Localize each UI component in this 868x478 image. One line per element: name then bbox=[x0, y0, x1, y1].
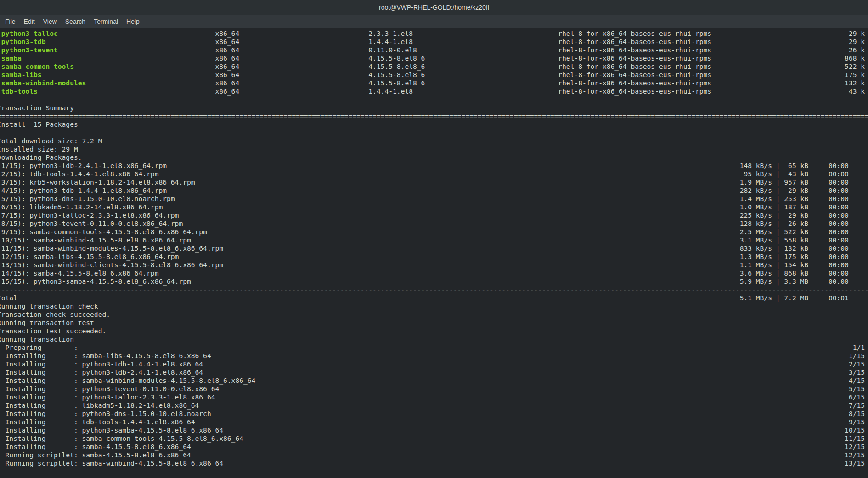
terminal-line-text: Downloading Packages: bbox=[0, 153, 868, 162]
package-details: x86_64 4.15.5-8.el8_6 rhel-8-for-x86_64-… bbox=[42, 71, 865, 79]
terminal-line-rpm: Installing : python3-ldb-2.4.1-1.el8.x86… bbox=[0, 368, 868, 377]
terminal-line-dl: (14/15): samba-4.15.5-8.el8_6.x86_64.rpm… bbox=[0, 269, 868, 277]
terminal-line-dl: (1/15): python3-ldb-2.4.1-1.el8.x86_64.r… bbox=[0, 162, 868, 170]
terminal-line-dl: (9/15): samba-common-tools-4.15.5-8.el8_… bbox=[0, 228, 868, 236]
menu-item-edit[interactable]: Edit bbox=[20, 18, 39, 25]
package-name: python3-talloc bbox=[0, 29, 58, 37]
terminal-line-pkg: tdb-tools x86_64 1.4.4-1.el8 rhel-8-for-… bbox=[0, 87, 868, 96]
package-details: x86_64 0.11.0-0.el8 rhel-8-for-x86_64-ba… bbox=[58, 46, 865, 54]
terminal-line-text: Transaction test succeeded. bbox=[0, 327, 868, 335]
terminal-line-rpm: Installing : libkadm5-1.18.2-14.el8.x86_… bbox=[0, 401, 868, 410]
menu-bar: FileEditViewSearchTerminalHelp bbox=[0, 15, 868, 28]
terminal-line-dl: (15/15): python3-samba-4.15.5-8.el8_6.x8… bbox=[0, 277, 868, 286]
menu-item-help[interactable]: Help bbox=[122, 18, 144, 25]
menu-item-terminal[interactable]: Terminal bbox=[90, 18, 122, 25]
terminal-line-text: Transaction Summary bbox=[0, 104, 868, 112]
terminal-line-rpm: Installing : tdb-tools-1.4.4-1.el8.x86_6… bbox=[0, 418, 868, 426]
terminal-line-dl: (5/15): python3-dns-1.15.0-10.el8.noarch… bbox=[0, 195, 868, 203]
terminal-line-dl: (4/15): python3-tdb-1.4.4-1.el8.x86_64.r… bbox=[0, 186, 868, 195]
terminal-line-rpm: Preparing : bbox=[0, 343, 868, 352]
terminal-line-rpm: Installing : python3-dns-1.15.0-10.el8.n… bbox=[0, 410, 868, 418]
terminal-line-rpm: Installing : python3-samba-4.15.5-8.el8_… bbox=[0, 426, 868, 434]
terminal-line-sep: ----------------------------------------… bbox=[0, 286, 868, 294]
terminal-line-rpm: Installing : samba-common-tools-4.15.5-8… bbox=[0, 434, 868, 443]
package-name: samba-common-tools bbox=[0, 62, 74, 70]
window-title: root@VWP-RHEL-GOLD:/home/kz20fl bbox=[379, 4, 489, 11]
terminal-line-rpm: Installing : python3-talloc-2.3.3-1.el8.… bbox=[0, 393, 868, 401]
terminal-line-pkg: samba x86_64 4.15.5-8.el8_6 rhel-8-for-x… bbox=[0, 54, 868, 62]
menu-item-view[interactable]: View bbox=[39, 18, 61, 25]
terminal-line-rpm: Installing : python3-tevent-0.11.0-0.el8… bbox=[0, 385, 868, 393]
terminal-line-blank bbox=[0, 96, 868, 104]
terminal-line-dl: (8/15): python3-tevent-0.11.0-0.el8.x86_… bbox=[0, 219, 868, 228]
terminal-line-text: Install 15 Packages bbox=[0, 120, 868, 129]
terminal-window: { "window": { "title": "root@VWP-RHEL-GO… bbox=[0, 0, 868, 478]
package-name: samba bbox=[0, 54, 22, 62]
terminal-line-pkg: samba-winbind-modules x86_64 4.15.5-8.el… bbox=[0, 79, 868, 87]
terminal-line-pkg: python3-talloc x86_64 2.3.3-1.el8 rhel-8… bbox=[0, 29, 868, 38]
terminal-line-rpm: Installing : samba-libs-4.15.5-8.el8_6.x… bbox=[0, 352, 868, 360]
terminal-line-text: Running transaction test bbox=[0, 319, 868, 327]
terminal-line-rpm: Running scriptlet: samba-winbind-4.15.5-… bbox=[0, 459, 868, 467]
window-titlebar: root@VWP-RHEL-GOLD:/home/kz20fl bbox=[0, 0, 868, 15]
terminal-line-rpm: Installing : samba-4.15.5-8.el8_6.x86_64 bbox=[0, 443, 868, 451]
terminal-output: python3-talloc x86_64 2.3.3-1.el8 rhel-8… bbox=[0, 29, 868, 467]
package-details: x86_64 2.3.3-1.el8 rhel-8-for-x86_64-bas… bbox=[58, 29, 865, 37]
menu-item-search[interactable]: Search bbox=[61, 18, 90, 25]
terminal-line-rpm: Installing : python3-tdb-1.4.4-1.el8.x86… bbox=[0, 360, 868, 368]
terminal-line-text: Running transaction bbox=[0, 335, 868, 343]
terminal-line-text: Total download size: 7.2 M bbox=[0, 137, 868, 145]
package-name: python3-tdb bbox=[0, 38, 45, 45]
package-details: x86_64 1.4.4-1.el8 rhel-8-for-x86_64-bas… bbox=[45, 38, 865, 45]
terminal-line-dl: (6/15): libkadm5-1.18.2-14.el8.x86_64.rp… bbox=[0, 203, 868, 211]
terminal-line-dl: (11/15): samba-winbind-modules-4.15.5-8.… bbox=[0, 244, 868, 253]
terminal-line-dl: (7/15): python3-talloc-2.3.3-1.el8.x86_6… bbox=[0, 211, 868, 219]
terminal-line-dl: (3/15): krb5-workstation-1.18.2-14.el8.x… bbox=[0, 178, 868, 186]
package-name: samba-winbind-modules bbox=[0, 79, 86, 87]
terminal-line-total: Total 5.1 MB/s | 7.2 M bbox=[0, 294, 868, 302]
terminal-line-dl: (13/15): samba-winbind-clients-4.15.5-8.… bbox=[0, 261, 868, 269]
package-details: x86_64 4.15.5-8.el8_6 rhel-8-for-x86_64-… bbox=[74, 62, 865, 70]
package-details: x86_64 4.15.5-8.el8_6 rhel-8-for-x86_64-… bbox=[22, 54, 865, 62]
terminal-line-pkg: samba-libs x86_64 4.15.5-8.el8_6 rhel-8-… bbox=[0, 71, 868, 79]
package-details: x86_64 4.15.5-8.el8_6 rhel-8-for-x86_64-… bbox=[86, 79, 865, 87]
terminal-line-sep: ========================================… bbox=[0, 112, 868, 120]
terminal-line-dl: (10/15): samba-winbind-4.15.5-8.el8_6.x8… bbox=[0, 236, 868, 244]
terminal-line-rpm: Installing : samba-winbind-modules-4.15.… bbox=[0, 377, 868, 385]
package-name: samba-libs bbox=[0, 71, 42, 79]
package-name: tdb-tools bbox=[0, 87, 38, 95]
terminal-line-dl: (2/15): tdb-tools-1.4.4-1.el8.x86_64.rpm… bbox=[0, 170, 868, 178]
terminal-line-pkg: python3-tdb x86_64 1.4.4-1.el8 rhel-8-fo… bbox=[0, 38, 868, 46]
menu-item-file[interactable]: File bbox=[1, 18, 20, 25]
terminal-line-text: Running transaction check bbox=[0, 302, 868, 310]
terminal-line-pkg: python3-tevent x86_64 0.11.0-0.el8 rhel-… bbox=[0, 46, 868, 54]
terminal-line-text: Installed size: 29 M bbox=[0, 145, 868, 153]
package-details: x86_64 1.4.4-1.el8 rhel-8-for-x86_64-bas… bbox=[38, 87, 865, 95]
package-name: python3-tevent bbox=[0, 46, 58, 54]
terminal-line-blank bbox=[0, 129, 868, 137]
terminal-line-dl: (12/15): samba-libs-4.15.5-8.el8_6.x86_6… bbox=[0, 253, 868, 261]
terminal-line-text: Transaction check succeeded. bbox=[0, 310, 868, 319]
terminal-line-pkg: samba-common-tools x86_64 4.15.5-8.el8_6… bbox=[0, 62, 868, 71]
terminal-line-rpm: Running scriptlet: samba-4.15.5-8.el8_6.… bbox=[0, 451, 868, 459]
